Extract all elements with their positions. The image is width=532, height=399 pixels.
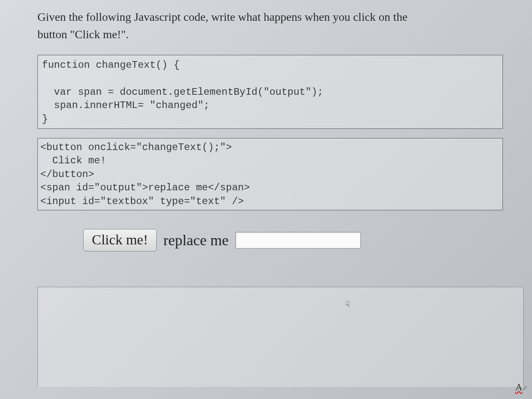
code-block-html: <button onclick="changeText();"> Click m… bbox=[37, 138, 503, 210]
code-block-js: function changeText() { var span = docum… bbox=[37, 55, 503, 129]
question-line-2: button "Click me!". bbox=[37, 28, 129, 41]
pointer-cursor-icon: ☟ bbox=[345, 299, 350, 309]
spellcheck-check-glyph: ✓ bbox=[522, 384, 528, 392]
output-span: replace me bbox=[163, 232, 229, 249]
rendered-output-row: Click me! replace me bbox=[83, 229, 503, 251]
question-text: Given the following Javascript code, wri… bbox=[37, 8, 503, 43]
question-line-1: Given the following Javascript code, wri… bbox=[37, 10, 407, 23]
spellcheck-a-glyph: A bbox=[515, 382, 522, 392]
question-page: Given the following Javascript code, wri… bbox=[0, 0, 532, 251]
textbox-input[interactable] bbox=[235, 232, 361, 249]
spellcheck-icon[interactable]: A✓ bbox=[515, 382, 528, 393]
answer-textarea[interactable] bbox=[37, 287, 524, 387]
click-me-button[interactable]: Click me! bbox=[83, 229, 157, 251]
